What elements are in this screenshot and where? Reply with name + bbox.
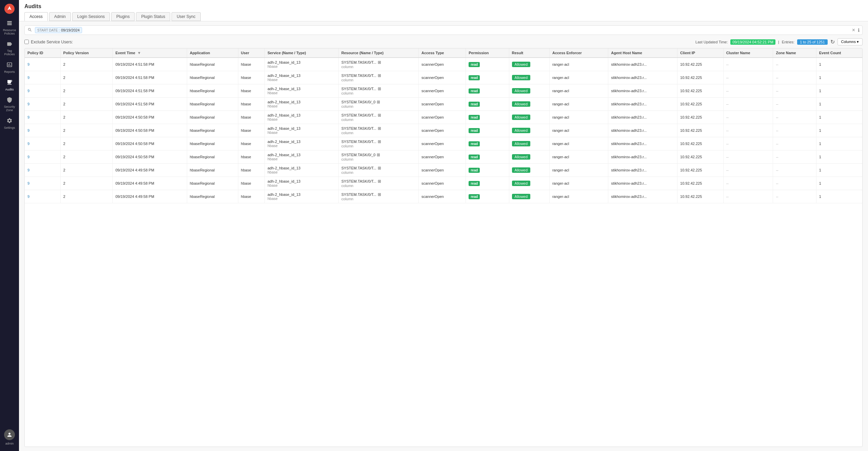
resource-detail-icon[interactable]: ⊞ xyxy=(378,179,381,184)
cell-zone-name: -- xyxy=(773,58,816,71)
col-policy-id[interactable]: Policy ID xyxy=(25,48,60,58)
result-badge: Allowed xyxy=(512,88,531,94)
cell-permission: read xyxy=(466,98,509,111)
policy-id-link[interactable]: 9 xyxy=(27,155,29,159)
cell-user: hbase xyxy=(238,58,264,71)
col-result[interactable]: Result xyxy=(509,48,549,58)
resource-detail-icon[interactable]: ⊞ xyxy=(378,166,381,170)
sidebar-item-tag-policies[interactable]: Tag Policies xyxy=(0,38,19,59)
cell-zone-name: -- xyxy=(773,111,816,124)
policy-id-link[interactable]: 9 xyxy=(27,89,29,93)
policy-id-link[interactable]: 9 xyxy=(27,181,29,185)
cell-access-type: scannerOpen xyxy=(418,98,466,111)
cell-resource: SYSTEM.TASK/0/T... ⊞ column xyxy=(338,190,418,203)
resource-detail-icon[interactable]: ⊞ xyxy=(378,73,381,78)
result-badge: Allowed xyxy=(512,101,531,107)
policy-id-link[interactable]: 9 xyxy=(27,102,29,106)
user-profile[interactable]: admin xyxy=(0,427,19,448)
cell-resource: SYSTEM.TASK/0/T... ⊞ column xyxy=(338,177,418,190)
col-agent-host[interactable]: Agent Host Name xyxy=(608,48,677,58)
sidebar-item-settings[interactable]: Settings xyxy=(0,115,19,132)
result-badge: Allowed xyxy=(512,154,531,160)
cell-user: hbase xyxy=(238,177,264,190)
col-resource[interactable]: Resource (Name / Type) xyxy=(338,48,418,58)
policy-id-link[interactable]: 9 xyxy=(27,128,29,132)
col-client-ip[interactable]: Client IP xyxy=(677,48,724,58)
cell-service: adh-2_hbase_id_13 hbase xyxy=(264,150,338,164)
cell-access-type: scannerOpen xyxy=(418,124,466,137)
col-service[interactable]: Service (Name / Type) xyxy=(264,48,338,58)
col-user[interactable]: User xyxy=(238,48,264,58)
resource-detail-icon[interactable]: ⊞ xyxy=(378,139,381,144)
cell-zone-name: -- xyxy=(773,150,816,164)
col-zone-name[interactable]: Zone Name xyxy=(773,48,816,58)
resource-detail-icon[interactable]: ⊞ xyxy=(377,152,380,157)
tab-user-sync[interactable]: User Sync xyxy=(172,12,200,21)
sidebar-item-audits[interactable]: Audits xyxy=(0,77,19,94)
tab-admin[interactable]: Admin xyxy=(49,12,71,21)
table-body: 9 2 09/19/2024 4:51:58 PM hbaseRegional … xyxy=(25,58,862,203)
policy-id-link[interactable]: 9 xyxy=(27,168,29,172)
table-row: 9 2 09/19/2024 4:49:58 PM hbaseRegional … xyxy=(25,190,862,203)
resource-detail-icon[interactable]: ⊞ xyxy=(378,126,381,131)
app-logo[interactable] xyxy=(3,3,16,15)
cell-cluster-name: -- xyxy=(723,190,773,203)
policy-id-link[interactable]: 9 xyxy=(27,76,29,80)
cell-zone-name: -- xyxy=(773,84,816,98)
page-header: Audits Access Admin Login Sessions Plugi… xyxy=(19,0,868,21)
cell-application: hbaseRegional xyxy=(187,84,238,98)
date-filter-tag[interactable]: START DATE : 09/19/2024 xyxy=(35,27,82,33)
filter-info-icon[interactable]: ℹ xyxy=(858,27,860,33)
tab-plugin-status[interactable]: Plugin Status xyxy=(136,12,170,21)
tab-access[interactable]: Access xyxy=(24,12,48,21)
col-event-time[interactable]: Event Time ▼ xyxy=(113,48,187,58)
audits-icon xyxy=(6,79,13,87)
cell-application: hbaseRegional xyxy=(187,111,238,124)
sidebar-item-resource-policies[interactable]: Resource Policies xyxy=(0,18,19,38)
col-permission[interactable]: Permission xyxy=(466,48,509,58)
policy-id-link[interactable]: 9 xyxy=(27,115,29,119)
policy-id-link[interactable]: 9 xyxy=(27,194,29,199)
cell-client-ip: 10.92.42.225 xyxy=(677,164,724,177)
cell-cluster-name: -- xyxy=(723,177,773,190)
last-updated-value: 09/19/2024 04:52:21 PM xyxy=(730,39,775,45)
col-cluster-name[interactable]: Cluster Name xyxy=(723,48,773,58)
col-application[interactable]: Application xyxy=(187,48,238,58)
sidebar-item-security-zone[interactable]: Security Zone xyxy=(0,94,19,115)
entries-separator: | xyxy=(778,40,779,44)
col-access-enforcer[interactable]: Access Enforcer xyxy=(549,48,608,58)
policy-id-link[interactable]: 9 xyxy=(27,62,29,66)
result-badge: Allowed xyxy=(512,128,531,133)
resource-detail-icon[interactable]: ⊞ xyxy=(377,100,380,104)
resource-detail-icon[interactable]: ⊞ xyxy=(378,113,381,118)
sidebar: Resource Policies Tag Policies Reports A… xyxy=(0,0,19,451)
cell-access-type: scannerOpen xyxy=(418,150,466,164)
resource-detail-icon[interactable]: ⊞ xyxy=(378,192,381,197)
col-event-count[interactable]: Event Count xyxy=(816,48,862,58)
page-title: Audits xyxy=(24,3,863,9)
permission-badge: read xyxy=(469,181,480,186)
cell-result: Allowed xyxy=(509,177,549,190)
cell-application: hbaseRegional xyxy=(187,190,238,203)
cell-result: Allowed xyxy=(509,150,549,164)
tab-login-sessions[interactable]: Login Sessions xyxy=(72,12,110,21)
tab-plugins[interactable]: Plugins xyxy=(111,12,135,21)
sidebar-label-resource-policies: Resource Policies xyxy=(1,29,18,36)
sidebar-item-reports[interactable]: Reports xyxy=(0,59,19,77)
col-policy-version[interactable]: Policy Version xyxy=(60,48,113,58)
resource-detail-icon[interactable]: ⊞ xyxy=(378,86,381,91)
result-badge: Allowed xyxy=(512,141,531,146)
cell-event-time: 09/19/2024 4:51:58 PM xyxy=(113,58,187,71)
cell-event-time: 09/19/2024 4:50:58 PM xyxy=(113,111,187,124)
filter-clear-button[interactable]: × xyxy=(852,27,855,33)
columns-button[interactable]: Columns ▾ xyxy=(837,38,863,45)
cell-event-count: 1 xyxy=(816,164,862,177)
resource-detail-icon[interactable]: ⊞ xyxy=(378,60,381,65)
cell-user: hbase xyxy=(238,124,264,137)
policy-id-link[interactable]: 9 xyxy=(27,142,29,146)
refresh-button[interactable]: ↻ xyxy=(830,39,835,45)
sidebar-label-settings: Settings xyxy=(4,126,15,130)
exclude-service-users-checkbox[interactable] xyxy=(24,40,29,44)
cell-event-count: 1 xyxy=(816,84,862,98)
col-access-type[interactable]: Access Type xyxy=(418,48,466,58)
